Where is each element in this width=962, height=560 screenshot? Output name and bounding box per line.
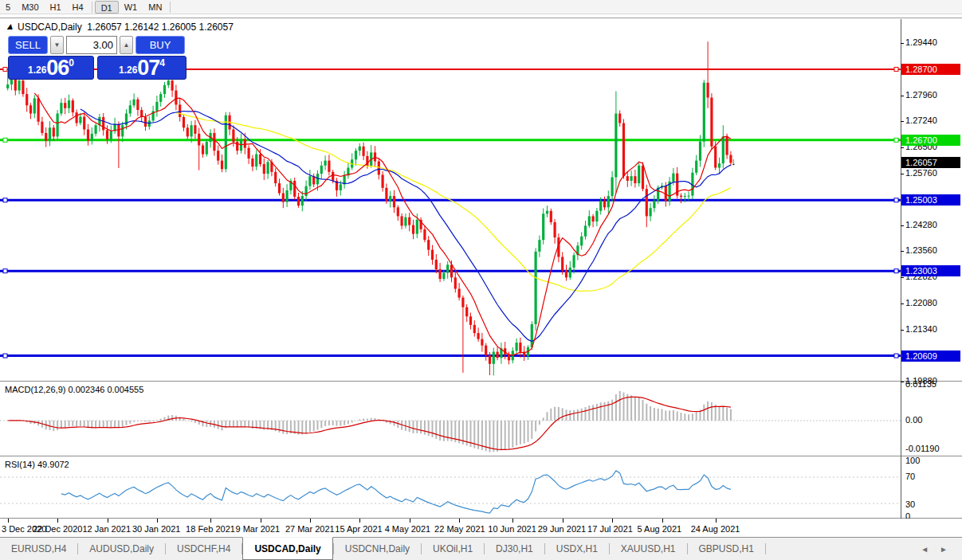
buy-price-prefix: 1.26: [119, 65, 137, 76]
axis-tick-mark: [901, 330, 904, 331]
time-tick-mark: [662, 519, 663, 523]
chart-tab-usdcnh[interactable]: USDCNH,Daily: [334, 538, 421, 560]
price-axis-tick: 1.22080: [905, 298, 937, 307]
axis-tick-mark: [901, 382, 904, 382]
time-axis-label: 22 Dec 2020: [33, 524, 82, 534]
price-line-badge: 1.26057: [901, 157, 960, 168]
axis-tick-mark: [901, 303, 904, 304]
timeframe-toolbar: 5M30H1H4D1W1MN: [0, 0, 962, 14]
rsi-name: RSI(14): [5, 460, 35, 469]
toolbar-separator: [92, 2, 92, 13]
volume-input[interactable]: [66, 36, 117, 54]
axis-tick-mark: [901, 121, 904, 122]
tab-separator: [765, 543, 766, 554]
rsi-pane[interactable]: [0, 456, 901, 519]
macd-values: 0.002346 0.004555: [68, 385, 143, 394]
time-tick-mark: [359, 519, 360, 523]
chart-tab-audusd[interactable]: AUDUSD,Daily: [78, 538, 165, 560]
chart-tab-dj30[interactable]: DJ30,H1: [485, 538, 544, 560]
indicator-axis-tick: 100: [905, 456, 920, 465]
time-tick-mark: [512, 519, 513, 523]
timeframe-button-mn[interactable]: MN: [143, 1, 167, 14]
time-axis[interactable]: 3 Dec 202022 Dec 202012 Jan 202130 Jan 2…: [0, 519, 962, 538]
buy-price-display[interactable]: 1.26 07 4: [97, 56, 187, 80]
time-axis-label: 27 Mar 2021: [285, 524, 335, 534]
mouse-cursor-icon: ↓: [731, 155, 736, 167]
time-tick-mark: [8, 519, 9, 523]
chart-tab-eurusd[interactable]: EURUSD,H4: [0, 538, 77, 560]
chart-window: ▲ USDCAD,Daily 1.26057 1.26142 1.26005 1…: [0, 18, 962, 537]
indicator-axis-tick: -0.01190: [905, 444, 940, 453]
tab-scroll-left-icon[interactable]: ◄: [921, 545, 929, 554]
sell-button[interactable]: SELL: [8, 36, 48, 54]
chart-tab-ukoil[interactable]: UKOil,H1: [422, 538, 484, 560]
time-tick-mark: [410, 519, 410, 523]
time-tick-mark: [157, 519, 158, 523]
price-axis-tick: 1.25760: [905, 168, 937, 178]
macd-rsi-separator[interactable]: [0, 456, 962, 456]
timeframe-button-w1[interactable]: W1: [119, 1, 143, 14]
axis-tick-mark: [901, 174, 904, 174]
mt4-window: 5M30H1H4D1W1MN ▲ USDCAD,Daily 1.26057 1.…: [0, 0, 962, 560]
chart-symbol-label: USDCAD,Daily: [18, 22, 82, 33]
time-axis-label: 4 May 2021: [385, 524, 430, 534]
time-tick-mark: [57, 519, 58, 523]
time-tick-mark: [716, 519, 717, 523]
chart-title: USDCAD,Daily 1.26057 1.26142 1.26005 1.2…: [18, 22, 234, 33]
axis-tick-mark: [901, 147, 904, 148]
time-axis-label: 30 Jan 2021: [132, 524, 181, 534]
rsi-value: 49.9072: [37, 460, 69, 469]
tab-scroll-arrows: ◄►: [921, 538, 962, 560]
price-axis-tick: 1.27240: [905, 116, 937, 125]
chart-tab-bar: EURUSD,H4AUDUSD,DailyUSDCHF,H4USDCAD,Dai…: [0, 537, 962, 560]
volume-decrease-button[interactable]: ▼: [50, 36, 64, 54]
time-tick-mark: [261, 519, 261, 523]
time-axis-label: 10 Jun 2021: [488, 524, 536, 534]
main-macd-separator[interactable]: [0, 381, 962, 382]
time-axis-label: 5 Aug 2021: [638, 524, 682, 534]
time-axis-label: 22 May 2021: [434, 524, 485, 534]
chart-ohlc-values: 1.26057 1.26142 1.26005 1.26057: [87, 22, 234, 33]
time-axis-label: 12 Jan 2021: [83, 524, 132, 534]
axis-tick-mark: [901, 251, 904, 252]
buy-price-big-digits: 07: [137, 57, 159, 78]
axis-tick-mark: [901, 96, 904, 96]
timeframe-button-h4[interactable]: H4: [67, 1, 89, 14]
time-axis-label: 17 Jul 2021: [587, 524, 633, 534]
chart-tab-usdx[interactable]: USDX,H1: [545, 538, 609, 560]
price-axis-tick: 1.29440: [905, 37, 937, 47]
timeframe-button-5[interactable]: 5: [0, 1, 16, 14]
sell-price-pipette: 0: [69, 57, 74, 69]
chart-tab-gbpusd[interactable]: GBPUSD,H1: [688, 538, 765, 560]
time-tick-mark: [310, 519, 311, 523]
price-axis-tick: 1.24280: [905, 220, 937, 229]
rsi-indicator-label: RSI(14) 49.9072: [5, 460, 69, 469]
indicator-axis-tick: 0.01135: [905, 379, 936, 389]
price-axis-tick: 1.21340: [905, 324, 937, 334]
sell-price-big-digits: 06: [46, 57, 69, 78]
time-tick-mark: [210, 519, 211, 523]
time-axis-label: 29 Jun 2021: [538, 524, 587, 534]
sell-price-prefix: 1.26: [28, 65, 46, 76]
timeframe-button-h1[interactable]: H1: [45, 1, 67, 14]
buy-button[interactable]: BUY: [135, 36, 185, 54]
axis-tick-mark: [901, 43, 904, 44]
price-line-badge: 1.25003: [901, 194, 960, 206]
time-tick-mark: [612, 519, 613, 523]
buy-price-pipette: 4: [159, 57, 165, 69]
sell-price-display[interactable]: 1.26 06 0: [8, 56, 94, 80]
time-axis-label: 18 Feb 2021: [186, 524, 235, 534]
chart-tab-xauusd[interactable]: XAUUSD,H1: [610, 538, 687, 560]
chart-tab-usdcad[interactable]: USDCAD,Daily: [242, 537, 332, 560]
timeframe-button-d1[interactable]: D1: [95, 1, 119, 14]
time-axis-label: 9 Mar 2021: [236, 524, 281, 534]
volume-increase-button[interactable]: ▲: [120, 36, 133, 54]
indicator-axis-tick: 0.00: [905, 415, 922, 425]
timeframe-button-m30[interactable]: M30: [16, 1, 44, 14]
price-line-badge: 1.26700: [901, 135, 960, 146]
chart-tab-usdchf[interactable]: USDCHF,H4: [166, 538, 241, 560]
price-line-badge: 1.28700: [901, 64, 960, 75]
macd-name: MACD(12,26,9): [5, 385, 65, 394]
price-axis-tick: 1.23560: [905, 245, 937, 255]
tab-scroll-right-icon[interactable]: ►: [940, 545, 948, 554]
